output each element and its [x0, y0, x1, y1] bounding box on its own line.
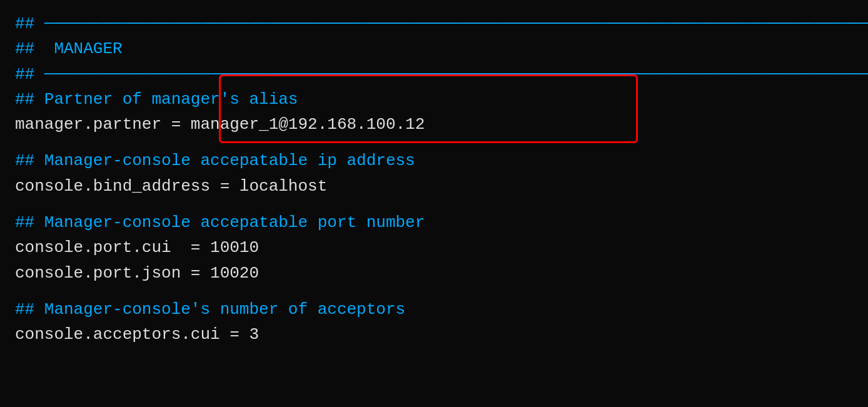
separator-line: ────────────────────────────────────────…: [44, 11, 868, 36]
code-editor: ## ─────────────────────────────────────…: [0, 0, 868, 407]
line-port-comment: ## Manager-console accepatable port numb…: [15, 210, 853, 235]
line-bind-value: console.bind_address = localhost: [15, 174, 853, 199]
spacer-3: [15, 286, 853, 297]
line-partner-comment: ## Partner of manager's alias: [15, 87, 853, 112]
code-port-json: console.port.json = 10020: [15, 261, 259, 286]
code-acceptors: console.acceptors.cui = 3: [15, 322, 259, 347]
spacer-1: [15, 137, 853, 148]
line-separator-bottom: ## ─────────────────────────────────────…: [15, 62, 853, 87]
comment-text: ##: [15, 11, 44, 36]
comment-bind: ## Manager-console accepatable ip addres…: [15, 148, 415, 173]
code-bind: console.bind_address = localhost: [15, 174, 327, 199]
line-bind-comment: ## Manager-console accepatable ip addres…: [15, 148, 853, 173]
code-partner: manager.partner = manager_1@192.168.100.…: [15, 112, 425, 137]
comment-port: ## Manager-console accepatable port numb…: [15, 210, 425, 235]
comment-text2: ##: [15, 62, 44, 87]
line-separator-top: ## ─────────────────────────────────────…: [15, 11, 853, 36]
comment-manager: ## MANAGER: [15, 36, 123, 61]
line-partner-value: manager.partner = manager_1@192.168.100.…: [15, 112, 853, 137]
line-manager-header: ## MANAGER: [15, 36, 853, 61]
line-port-cui: console.port.cui = 10010: [15, 235, 853, 260]
comment-partner: ## Partner of manager's alias: [15, 87, 298, 112]
code-port-cui: console.port.cui = 10010: [15, 235, 259, 260]
comment-acceptors: ## Manager-console's number of acceptors: [15, 297, 405, 322]
separator-line2: ────────────────────────────────────────…: [44, 62, 868, 87]
line-acceptors-value: console.acceptors.cui = 3: [15, 322, 853, 347]
spacer-2: [15, 199, 853, 210]
line-acceptors-comment: ## Manager-console's number of acceptors: [15, 297, 853, 322]
line-port-json: console.port.json = 10020: [15, 261, 853, 286]
